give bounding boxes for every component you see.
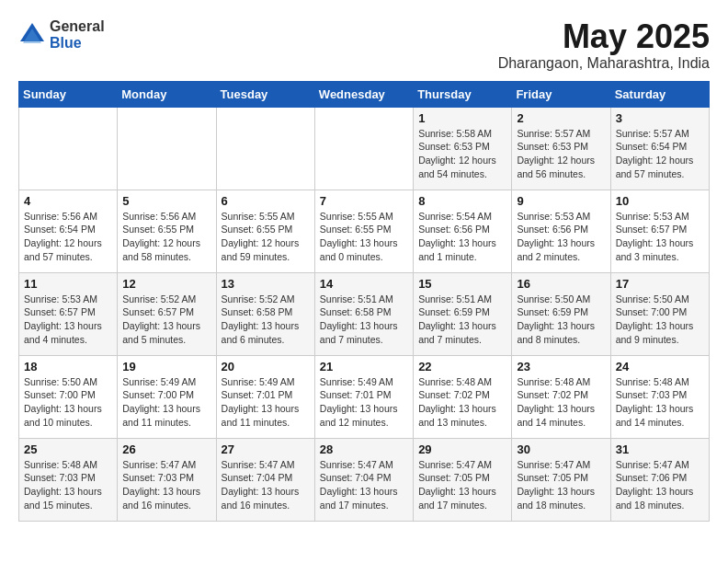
day-info: Sunrise: 5:48 AM Sunset: 7:03 PM Dayligh… [24, 458, 112, 512]
calendar-cell: 27Sunrise: 5:47 AM Sunset: 7:04 PM Dayli… [216, 438, 314, 521]
day-info: Sunrise: 5:47 AM Sunset: 7:06 PM Dayligh… [616, 458, 704, 512]
calendar-week-row: 25Sunrise: 5:48 AM Sunset: 7:03 PM Dayli… [19, 438, 710, 521]
day-info: Sunrise: 5:48 AM Sunset: 7:03 PM Dayligh… [616, 375, 704, 430]
day-number: 9 [517, 194, 605, 208]
day-info: Sunrise: 5:53 AM Sunset: 6:57 PM Dayligh… [24, 293, 112, 347]
calendar-cell: 24Sunrise: 5:48 AM Sunset: 7:03 PM Dayli… [610, 355, 709, 438]
weekday-header: Friday [512, 81, 610, 107]
calendar-cell: 20Sunrise: 5:49 AM Sunset: 7:01 PM Dayli… [216, 355, 314, 438]
day-info: Sunrise: 5:47 AM Sunset: 7:05 PM Dayligh… [418, 458, 506, 512]
calendar-cell: 13Sunrise: 5:52 AM Sunset: 6:58 PM Dayli… [216, 272, 314, 355]
calendar-cell: 7Sunrise: 5:55 AM Sunset: 6:55 PM Daylig… [314, 190, 413, 272]
calendar-week-row: 4Sunrise: 5:56 AM Sunset: 6:54 PM Daylig… [19, 190, 710, 272]
day-info: Sunrise: 5:53 AM Sunset: 6:56 PM Dayligh… [517, 210, 605, 264]
day-number: 21 [320, 360, 408, 373]
day-number: 22 [418, 360, 506, 373]
calendar-cell [19, 107, 118, 190]
day-info: Sunrise: 5:49 AM Sunset: 7:01 PM Dayligh… [222, 375, 310, 430]
day-number: 10 [616, 194, 704, 208]
weekday-header: Saturday [610, 81, 709, 107]
calendar-cell [314, 107, 413, 190]
calendar-cell [118, 107, 216, 190]
calendar-cell: 4Sunrise: 5:56 AM Sunset: 6:54 PM Daylig… [19, 190, 118, 272]
day-info: Sunrise: 5:50 AM Sunset: 6:59 PM Dayligh… [517, 293, 605, 347]
calendar-cell: 15Sunrise: 5:51 AM Sunset: 6:59 PM Dayli… [414, 272, 512, 355]
calendar-cell: 3Sunrise: 5:57 AM Sunset: 6:54 PM Daylig… [610, 107, 709, 190]
day-number: 28 [320, 442, 408, 456]
calendar-cell: 17Sunrise: 5:50 AM Sunset: 7:00 PM Dayli… [610, 272, 709, 355]
day-info: Sunrise: 5:52 AM Sunset: 6:58 PM Dayligh… [222, 293, 310, 347]
calendar-table: SundayMondayTuesdayWednesdayThursdayFrid… [18, 81, 710, 522]
day-info: Sunrise: 5:49 AM Sunset: 7:01 PM Dayligh… [320, 375, 408, 430]
day-number: 8 [418, 194, 506, 208]
calendar-cell [216, 107, 314, 190]
page-header: General Blue May 2025 Dharangaon, Mahara… [18, 18, 710, 72]
day-number: 16 [517, 277, 605, 291]
day-info: Sunrise: 5:48 AM Sunset: 7:02 PM Dayligh… [517, 375, 605, 430]
day-info: Sunrise: 5:48 AM Sunset: 7:02 PM Dayligh… [418, 375, 506, 430]
calendar-body: 1Sunrise: 5:58 AM Sunset: 6:53 PM Daylig… [19, 107, 710, 521]
calendar-week-row: 1Sunrise: 5:58 AM Sunset: 6:53 PM Daylig… [19, 107, 710, 190]
day-number: 6 [222, 194, 310, 208]
calendar-cell: 23Sunrise: 5:48 AM Sunset: 7:02 PM Dayli… [512, 355, 610, 438]
day-number: 25 [24, 442, 112, 456]
calendar-header: SundayMondayTuesdayWednesdayThursdayFrid… [19, 81, 710, 107]
calendar-title: May 2025 [498, 18, 710, 55]
day-info: Sunrise: 5:53 AM Sunset: 6:57 PM Dayligh… [616, 210, 704, 264]
calendar-cell: 12Sunrise: 5:52 AM Sunset: 6:57 PM Dayli… [118, 272, 216, 355]
day-number: 20 [222, 360, 310, 373]
calendar-cell: 18Sunrise: 5:50 AM Sunset: 7:00 PM Dayli… [19, 355, 118, 438]
day-number: 27 [222, 442, 310, 456]
calendar-cell: 31Sunrise: 5:47 AM Sunset: 7:06 PM Dayli… [610, 438, 709, 521]
logo-icon [18, 21, 46, 49]
day-number: 14 [320, 277, 408, 291]
day-number: 18 [24, 360, 112, 373]
day-number: 11 [24, 277, 112, 291]
day-info: Sunrise: 5:54 AM Sunset: 6:56 PM Dayligh… [418, 210, 506, 264]
day-number: 29 [418, 442, 506, 456]
day-info: Sunrise: 5:57 AM Sunset: 6:54 PM Dayligh… [616, 127, 704, 181]
calendar-cell: 2Sunrise: 5:57 AM Sunset: 6:53 PM Daylig… [512, 107, 610, 190]
calendar-cell: 5Sunrise: 5:56 AM Sunset: 6:55 PM Daylig… [118, 190, 216, 272]
day-info: Sunrise: 5:50 AM Sunset: 7:00 PM Dayligh… [616, 293, 704, 347]
day-info: Sunrise: 5:47 AM Sunset: 7:04 PM Dayligh… [320, 458, 408, 512]
calendar-cell: 14Sunrise: 5:51 AM Sunset: 6:58 PM Dayli… [314, 272, 413, 355]
logo-blue: Blue [50, 35, 105, 52]
calendar-cell: 30Sunrise: 5:47 AM Sunset: 7:05 PM Dayli… [512, 438, 610, 521]
day-number: 26 [122, 442, 210, 456]
calendar-cell: 1Sunrise: 5:58 AM Sunset: 6:53 PM Daylig… [414, 107, 512, 190]
weekday-row: SundayMondayTuesdayWednesdayThursdayFrid… [19, 81, 710, 107]
day-info: Sunrise: 5:51 AM Sunset: 6:59 PM Dayligh… [418, 293, 506, 347]
day-number: 30 [517, 442, 605, 456]
calendar-cell: 28Sunrise: 5:47 AM Sunset: 7:04 PM Dayli… [314, 438, 413, 521]
logo-general: General [50, 18, 105, 35]
day-number: 23 [517, 360, 605, 373]
day-number: 17 [616, 277, 704, 291]
day-info: Sunrise: 5:57 AM Sunset: 6:53 PM Dayligh… [517, 127, 605, 181]
day-info: Sunrise: 5:58 AM Sunset: 6:53 PM Dayligh… [418, 127, 506, 181]
day-info: Sunrise: 5:56 AM Sunset: 6:55 PM Dayligh… [122, 210, 210, 264]
day-number: 13 [222, 277, 310, 291]
day-number: 5 [122, 194, 210, 208]
calendar-cell: 16Sunrise: 5:50 AM Sunset: 6:59 PM Dayli… [512, 272, 610, 355]
weekday-header: Sunday [19, 81, 118, 107]
weekday-header: Monday [118, 81, 216, 107]
day-info: Sunrise: 5:47 AM Sunset: 7:04 PM Dayligh… [222, 458, 310, 512]
day-number: 3 [616, 111, 704, 125]
day-number: 31 [616, 442, 704, 456]
day-info: Sunrise: 5:49 AM Sunset: 7:00 PM Dayligh… [122, 375, 210, 430]
day-info: Sunrise: 5:52 AM Sunset: 6:57 PM Dayligh… [122, 293, 210, 347]
calendar-cell: 8Sunrise: 5:54 AM Sunset: 6:56 PM Daylig… [414, 190, 512, 272]
day-number: 24 [616, 360, 704, 373]
calendar-week-row: 18Sunrise: 5:50 AM Sunset: 7:00 PM Dayli… [19, 355, 710, 438]
day-info: Sunrise: 5:50 AM Sunset: 7:00 PM Dayligh… [24, 375, 112, 430]
calendar-week-row: 11Sunrise: 5:53 AM Sunset: 6:57 PM Dayli… [19, 272, 710, 355]
calendar-cell: 11Sunrise: 5:53 AM Sunset: 6:57 PM Dayli… [19, 272, 118, 355]
day-info: Sunrise: 5:55 AM Sunset: 6:55 PM Dayligh… [320, 210, 408, 264]
day-info: Sunrise: 5:47 AM Sunset: 7:05 PM Dayligh… [517, 458, 605, 512]
location-subtitle: Dharangaon, Maharashtra, India [498, 55, 710, 72]
logo-text: General Blue [50, 18, 105, 51]
weekday-header: Wednesday [314, 81, 413, 107]
calendar-cell: 25Sunrise: 5:48 AM Sunset: 7:03 PM Dayli… [19, 438, 118, 521]
calendar-cell: 19Sunrise: 5:49 AM Sunset: 7:00 PM Dayli… [118, 355, 216, 438]
